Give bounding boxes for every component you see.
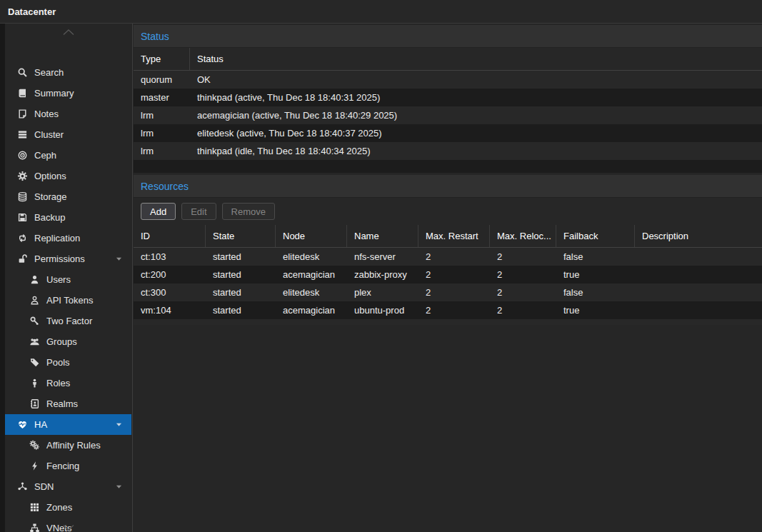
- cell: elitedesk: [276, 248, 347, 266]
- cell: thinkpad (active, Thu Dec 18 18:40:31 20…: [190, 89, 762, 106]
- cell: master: [134, 89, 190, 106]
- sidebar-item-backup[interactable]: Backup: [5, 207, 131, 228]
- caret-down-icon[interactable]: [114, 420, 124, 429]
- sidebar-item-label: HA: [34, 419, 47, 430]
- bolt-icon: [29, 461, 40, 472]
- status-row[interactable]: quorumOK: [134, 71, 762, 89]
- column-header-id[interactable]: ID: [134, 225, 206, 247]
- cell: OK: [190, 71, 762, 89]
- column-header-max-reloc-[interactable]: Max. Reloc...: [490, 225, 556, 247]
- scroll-down-chevron-icon[interactable]: [5, 522, 131, 532]
- column-header-max-restart[interactable]: Max. Restart: [418, 225, 490, 247]
- sidebar-item-affinity-rules[interactable]: Affinity Rules: [5, 435, 131, 456]
- cell: started: [206, 248, 276, 266]
- sidebar-item-two-factor[interactable]: Two Factor: [5, 311, 131, 331]
- sidebar-item-storage[interactable]: Storage: [5, 186, 131, 207]
- resource-row[interactable]: vm:104startedacemagicianubuntu-prod22tru…: [134, 301, 762, 319]
- caret-down-icon[interactable]: [114, 482, 124, 491]
- status-table-body: quorumOKmasterthinkpad (active, Thu Dec …: [134, 71, 762, 160]
- sidebar-item-replication[interactable]: Replication: [5, 228, 131, 249]
- column-header-name[interactable]: Name: [347, 225, 418, 247]
- column-header-description[interactable]: Description: [635, 225, 762, 247]
- sidebar-item-cluster[interactable]: Cluster: [5, 124, 131, 145]
- cell: true: [556, 301, 635, 319]
- heartbeat-icon: [16, 419, 28, 431]
- sidebar-item-label: Affinity Rules: [46, 440, 101, 451]
- resources-toolbar: Add Edit Remove: [134, 198, 762, 225]
- cell: [635, 266, 762, 283]
- sidebar-item-label: Ceph: [34, 150, 56, 161]
- cell: ct:103: [134, 248, 206, 266]
- content-area: Status TypeStatus quorumOKmasterthinkpad…: [134, 24, 762, 532]
- sidebar-item-permissions[interactable]: Permissions: [5, 249, 131, 269]
- column-header-node[interactable]: Node: [276, 225, 347, 247]
- sidebar-item-label: Backup: [34, 212, 65, 223]
- sidebar-item-users[interactable]: Users: [5, 269, 131, 290]
- cell: 2: [490, 266, 556, 283]
- cell: 2: [490, 283, 556, 301]
- cell: thinkpad (idle, Thu Dec 18 18:40:34 2025…: [190, 142, 762, 160]
- cell: 2: [418, 301, 490, 319]
- resources-table-header: IDStateNodeNameMax. RestartMax. Reloc...…: [134, 225, 762, 248]
- sidebar-item-realms[interactable]: Realms: [5, 393, 131, 414]
- resources-panel-title: Resources: [134, 175, 762, 198]
- sidebar-item-label: Fencing: [46, 461, 79, 471]
- cell: lrm: [134, 106, 190, 124]
- resources-table-body: ct:103startedelitedesknfs-server22falsec…: [134, 248, 762, 319]
- sidebar-item-notes[interactable]: Notes: [5, 104, 131, 124]
- remove-button[interactable]: Remove: [222, 203, 275, 220]
- sidebar-item-roles[interactable]: Roles: [5, 373, 131, 393]
- storage-icon: [16, 191, 28, 203]
- scroll-up-chevron-icon[interactable]: [5, 26, 131, 38]
- sidebar-item-pools[interactable]: Pools: [5, 352, 131, 373]
- sidebar-item-zones[interactable]: Zones: [5, 497, 131, 518]
- cell: 2: [490, 248, 556, 266]
- resources-table-empty-area: [134, 319, 762, 325]
- sidebar: SearchSummaryNotesClusterCephOptionsStor…: [5, 24, 133, 532]
- status-row[interactable]: masterthinkpad (active, Thu Dec 18 18:40…: [134, 89, 762, 106]
- column-header-failback[interactable]: Failback: [556, 225, 635, 247]
- cell: 2: [418, 266, 490, 283]
- cell: elitedesk (active, Thu Dec 18 18:40:37 2…: [190, 124, 762, 142]
- resource-row[interactable]: ct:300startedelitedeskplex22false: [134, 283, 762, 301]
- caret-down-icon[interactable]: [114, 254, 124, 264]
- ceph-icon: [16, 150, 28, 161]
- sidebar-item-label: Cluster: [34, 129, 64, 140]
- sidebar-item-options[interactable]: Options: [5, 166, 131, 186]
- sidebar-item-label: Roles: [46, 378, 70, 388]
- cell: true: [556, 266, 635, 283]
- sidebar-item-label: Pools: [46, 357, 70, 368]
- sidebar-item-fencing[interactable]: Fencing: [5, 456, 131, 476]
- resource-row[interactable]: ct:103startedelitedesknfs-server22false: [134, 248, 762, 266]
- column-header-type[interactable]: Type: [134, 48, 190, 70]
- cell: started: [206, 301, 276, 319]
- sidebar-item-summary[interactable]: Summary: [5, 83, 131, 104]
- column-header-state[interactable]: State: [206, 225, 276, 247]
- cell: ct:300: [134, 283, 206, 301]
- sidebar-item-ceph[interactable]: Ceph: [5, 145, 131, 166]
- status-row[interactable]: lrmacemagician (active, Thu Dec 18 18:40…: [134, 106, 762, 124]
- sidebar-item-sdn[interactable]: SDN: [5, 476, 131, 497]
- sidebar-item-label: API Tokens: [46, 295, 94, 306]
- resources-panel: Resources Add Edit Remove IDStateNodeNam…: [134, 175, 762, 325]
- sidebar-item-search[interactable]: Search: [5, 62, 131, 83]
- sidebar-item-ha[interactable]: HA: [5, 414, 131, 435]
- cell: ubuntu-prod: [347, 301, 418, 319]
- column-header-status[interactable]: Status: [190, 48, 762, 70]
- cell: false: [556, 283, 635, 301]
- sidebar-item-label: Groups: [46, 336, 77, 347]
- resources-title-label: Resources: [141, 181, 189, 192]
- status-row[interactable]: lrmthinkpad (idle, Thu Dec 18 18:40:34 2…: [134, 142, 762, 160]
- resource-row[interactable]: ct:200startedacemagicianzabbix-proxy22tr…: [134, 266, 762, 283]
- status-row[interactable]: lrmelitedesk (active, Thu Dec 18 18:40:3…: [134, 124, 762, 142]
- add-button[interactable]: Add: [141, 203, 176, 220]
- status-panel-title: Status: [134, 25, 762, 48]
- sidebar-item-label: Options: [34, 171, 66, 181]
- sidebar-item-api-tokens[interactable]: API Tokens: [5, 290, 131, 311]
- cell: 2: [418, 283, 490, 301]
- sidebar-item-label: Users: [46, 274, 71, 285]
- cell: acemagician: [276, 301, 347, 319]
- sidebar-item-groups[interactable]: Groups: [5, 331, 131, 352]
- sidebar-item-label: Storage: [34, 191, 67, 202]
- edit-button[interactable]: Edit: [181, 203, 216, 220]
